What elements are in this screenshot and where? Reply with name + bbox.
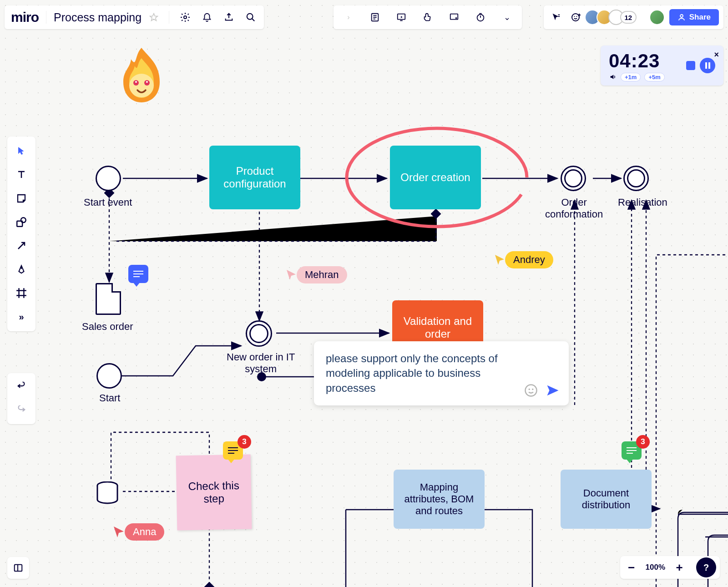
comment-badge-green-count: 3 xyxy=(636,435,650,449)
text-tool[interactable] xyxy=(10,163,33,187)
timer-pause-button[interactable] xyxy=(700,58,715,73)
redo-button[interactable] xyxy=(10,399,33,422)
fire-emoji-sticker[interactable] xyxy=(116,46,167,113)
database-icon[interactable] xyxy=(96,481,118,501)
svg-line-17 xyxy=(252,19,255,21)
order-conformation-label: Order conformation xyxy=(545,197,603,220)
svg-point-10 xyxy=(146,81,148,83)
send-icon[interactable] xyxy=(545,384,561,397)
collapse-left-icon[interactable]: › xyxy=(341,10,356,25)
select-tool[interactable] xyxy=(10,139,33,163)
sound-icon[interactable] xyxy=(609,73,617,81)
undo-button[interactable] xyxy=(10,375,33,399)
new-order-node[interactable] xyxy=(246,320,272,347)
timer-widget[interactable]: 04:23 +1m +5m × xyxy=(601,46,723,86)
vote-icon[interactable] xyxy=(420,10,435,25)
mapping-node[interactable]: Mapping attributes, BOM and routes xyxy=(394,470,485,529)
shape-tool[interactable] xyxy=(10,210,33,234)
left-toolbar: » xyxy=(7,137,35,331)
present-icon[interactable] xyxy=(394,10,409,25)
zoom-panel: − 100% + ? xyxy=(620,556,720,579)
cursor-follow-icon[interactable] xyxy=(548,10,564,25)
start-event-label: Start event xyxy=(84,197,132,208)
svg-line-40 xyxy=(18,243,24,249)
order-creation-node[interactable]: Order creation xyxy=(390,146,481,209)
collaborator-count[interactable]: 12 xyxy=(620,11,637,24)
svg-point-26 xyxy=(455,17,457,19)
andrey-cursor: Andrey xyxy=(494,251,553,268)
topbar-center: › ⌄ xyxy=(334,5,522,29)
svg-point-12 xyxy=(529,389,531,390)
new-order-label: New order in IT system xyxy=(227,351,295,375)
current-user-avatar[interactable] xyxy=(649,10,665,25)
svg-point-15 xyxy=(184,16,187,19)
emoji-icon[interactable] xyxy=(524,384,538,397)
svg-point-8 xyxy=(129,74,154,97)
svg-point-33 xyxy=(574,16,575,17)
screen-share-icon[interactable] xyxy=(446,10,462,25)
add-5m-button[interactable]: +5m xyxy=(644,73,664,81)
realisation-label: Realisation xyxy=(618,197,667,208)
collaborator-avatars[interactable]: 12 xyxy=(588,10,637,25)
chat-bubble-icon[interactable] xyxy=(128,265,148,283)
frames-panel-toggle[interactable] xyxy=(7,557,29,579)
reactions-icon[interactable] xyxy=(568,10,584,25)
svg-point-16 xyxy=(247,14,253,20)
sales-order-label: Sales order xyxy=(82,321,133,333)
undo-redo-panel xyxy=(7,373,35,424)
more-apps-icon[interactable]: ⌄ xyxy=(499,10,515,25)
comment-badge-yellow-count: 3 xyxy=(238,435,251,449)
board-title[interactable]: Process mapping xyxy=(54,11,142,24)
zoom-in-button[interactable]: + xyxy=(672,561,687,575)
svg-point-9 xyxy=(135,81,137,83)
start-label: Start xyxy=(99,392,120,404)
topbar-right: 12 Share xyxy=(544,5,723,29)
sticky-tool[interactable] xyxy=(10,187,33,210)
svg-point-34 xyxy=(576,16,577,17)
frame-tool[interactable] xyxy=(10,281,33,305)
svg-point-11 xyxy=(526,385,537,396)
pen-tool[interactable] xyxy=(10,258,33,281)
topbar-left: miro Process mapping xyxy=(5,5,264,29)
start-event-node[interactable] xyxy=(96,166,121,191)
check-step-sticky[interactable]: Check this step xyxy=(176,455,252,531)
timer-close-icon[interactable]: × xyxy=(714,50,719,60)
start-node[interactable] xyxy=(96,363,122,389)
mehran-cursor: Mehran xyxy=(286,266,347,283)
share-label: Share xyxy=(689,13,711,22)
notes-icon[interactable] xyxy=(367,10,383,25)
search-icon[interactable] xyxy=(242,9,259,26)
zoom-out-button[interactable]: − xyxy=(624,561,639,575)
share-button[interactable]: Share xyxy=(669,9,719,25)
svg-point-13 xyxy=(532,389,534,390)
anna-cursor: Anna xyxy=(113,523,164,541)
mehran-cursor-label: Mehran xyxy=(297,266,347,283)
comment-text: please support only the concepts of mode… xyxy=(326,352,498,394)
product-configuration-node[interactable]: Product configuration xyxy=(209,146,300,209)
bell-icon[interactable] xyxy=(198,9,216,26)
more-tools-icon[interactable]: » xyxy=(10,305,33,329)
svg-point-27 xyxy=(477,15,484,21)
help-button[interactable]: ? xyxy=(696,557,716,577)
export-icon[interactable] xyxy=(220,9,238,26)
zoom-level[interactable]: 100% xyxy=(646,563,665,572)
miro-logo[interactable]: miro xyxy=(11,10,39,25)
order-conformation-node[interactable] xyxy=(561,166,586,191)
star-icon[interactable] xyxy=(146,10,162,25)
canvas[interactable]: Start event Product configuration Order … xyxy=(0,0,728,587)
realisation-node[interactable] xyxy=(623,166,649,191)
arrow-tool[interactable] xyxy=(10,234,33,258)
sales-order-doc-icon[interactable] xyxy=(96,283,121,315)
timer-stop-button[interactable] xyxy=(686,61,695,70)
svg-marker-23 xyxy=(401,16,403,18)
anna-cursor-label: Anna xyxy=(125,523,164,541)
doc-distribution-node[interactable]: Document distribution xyxy=(561,470,652,529)
settings-icon[interactable] xyxy=(177,9,194,26)
comment-composer[interactable]: please support only the concepts of mode… xyxy=(314,341,569,405)
divider xyxy=(169,11,169,24)
timer-icon[interactable] xyxy=(473,10,488,25)
divider xyxy=(46,11,46,24)
add-1m-button[interactable]: +1m xyxy=(621,73,641,81)
timer-value: 04:23 xyxy=(609,50,665,72)
svg-point-39 xyxy=(21,218,26,223)
